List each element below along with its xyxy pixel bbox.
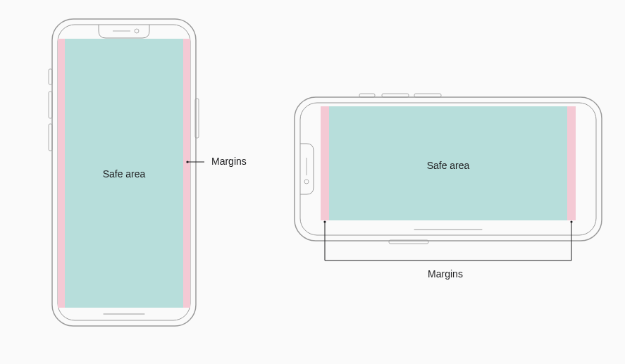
portrait-phone: Safe area Margins	[49, 19, 247, 326]
landscape-right-margin	[567, 106, 576, 220]
landscape-notch	[300, 144, 314, 194]
portrait-notch	[99, 25, 149, 38]
portrait-margins-label: Margins	[211, 156, 247, 167]
landscape-right-leader-dot	[570, 220, 572, 222]
landscape-margins-label: Margins	[428, 268, 463, 280]
landscape-left-margin	[321, 106, 329, 220]
portrait-margin-leader-dot	[186, 161, 188, 163]
landscape-front-camera	[304, 180, 309, 184]
diagram-canvas: Safe area Margins Safe area	[0, 0, 625, 364]
portrait-safe-area-label: Safe area	[103, 168, 146, 180]
landscape-left-leader-dot	[323, 220, 326, 222]
landscape-phone: Safe area Margins	[295, 94, 602, 280]
landscape-safe-area-label: Safe area	[427, 160, 470, 171]
portrait-left-margin	[58, 39, 65, 308]
portrait-right-margin	[183, 39, 190, 308]
front-camera	[135, 29, 139, 33]
